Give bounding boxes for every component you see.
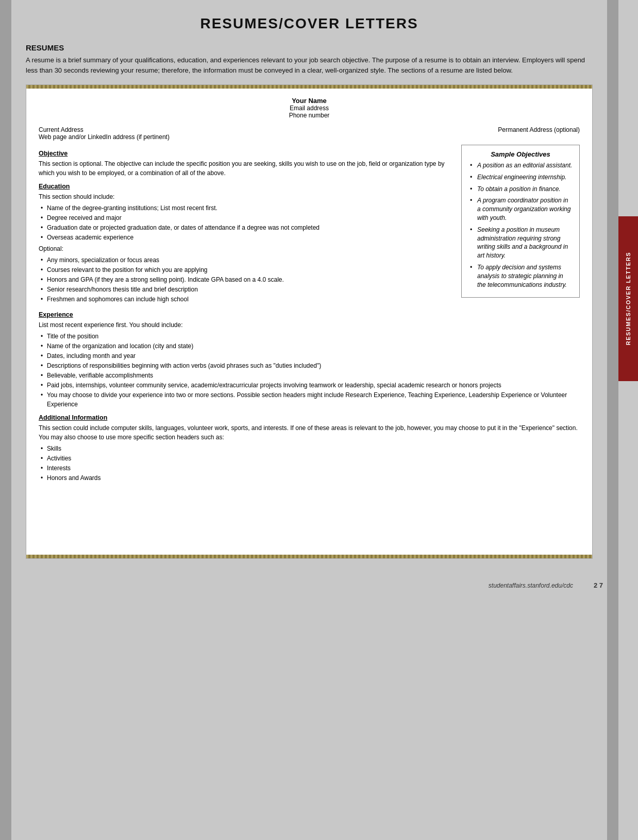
add-item-4: Honors and Awards <box>39 473 580 483</box>
main-content: RESUMES/COVER LETTERS RESUMES A resume i… <box>15 0 603 577</box>
experience-intro: List most recent experience first. You s… <box>39 320 580 330</box>
objective-body: This section is optional. The objective … <box>39 159 453 178</box>
resume-bottom-border <box>26 555 592 558</box>
exp-item-3: Dates, including month and year <box>39 351 580 361</box>
page-title: RESUMES/COVER LETTERS <box>26 15 593 32</box>
page-wrapper: RESUMES/COVER LETTERS RESUMES/COVER LETT… <box>0 0 638 840</box>
sample-objectives-box: Sample Objectives A position as an edito… <box>461 145 580 298</box>
edu-opt-5: Freshmen and sophomores can include high… <box>39 295 453 304</box>
obj-item-4: A program coordinator position in a comm… <box>470 196 573 222</box>
experience-title: Experience <box>39 311 580 318</box>
exp-item-5: Believable, verifiable accomplishments <box>39 371 580 380</box>
resumes-heading: RESUMES <box>26 43 593 52</box>
resume-address-left: Current Address Web page and/or LinkedIn… <box>39 126 170 141</box>
edu-item-2: Degree received and major <box>39 213 453 222</box>
resume-top-border <box>26 85 592 89</box>
objective-title: Objective <box>39 150 453 157</box>
resume-name: Your Name <box>39 97 580 105</box>
add-item-3: Interests <box>39 464 580 473</box>
resume-address-row: Current Address Web page and/or LinkedIn… <box>39 126 580 141</box>
add-item-1: Skills <box>39 444 580 453</box>
education-required-list: Name of the degree-granting institutions… <box>39 203 453 242</box>
sample-objectives-title: Sample Objectives <box>468 150 573 158</box>
web-address: Web page and/or LinkedIn address (if per… <box>39 133 170 141</box>
footer-page: 2 7 <box>594 581 603 589</box>
add-item-2: Activities <box>39 454 580 463</box>
resume-cols: Objective This section is optional. The … <box>39 145 580 306</box>
resumes-intro: A resume is a brief summary of your qual… <box>26 55 593 75</box>
education-title: Education <box>39 183 453 190</box>
resume-left-col: Objective This section is optional. The … <box>39 145 453 306</box>
side-tab-label: RESUMES/COVER LETTERS <box>625 252 631 345</box>
footer-url: studentaffairs.stanford.edu/cdc <box>489 582 573 589</box>
obj-item-1: A position as an editorial assistant. <box>470 161 573 170</box>
right-stripe <box>607 0 618 840</box>
additional-intro: This section could include computer skil… <box>39 423 580 442</box>
exp-item-4: Descriptions of responsibilities beginni… <box>39 361 580 370</box>
current-address: Current Address <box>39 126 170 133</box>
obj-item-3: To obtain a position in finance. <box>470 185 573 194</box>
permanent-address: Permanent Address (optional) <box>498 126 580 141</box>
edu-opt-3: Honors and GPA (if they are a strong sel… <box>39 275 453 284</box>
edu-opt-1: Any minors, specialization or focus area… <box>39 255 453 265</box>
resume-bottom-spacer <box>39 485 580 546</box>
sample-objectives-list: A position as an editorial assistant. El… <box>468 161 573 289</box>
sample-objectives-col: Sample Objectives A position as an edito… <box>461 145 580 306</box>
additional-title: Additional Information <box>39 414 580 421</box>
exp-item-2: Name of the organization and location (c… <box>39 341 580 351</box>
side-tab: RESUMES/COVER LETTERS <box>618 216 638 381</box>
edu-item-4: Overseas academic experience <box>39 233 453 242</box>
edu-opt-4: Senior research/honors thesis title and … <box>39 285 453 294</box>
education-intro: This section should include: <box>39 192 453 201</box>
education-optional-list: Any minors, specialization or focus area… <box>39 255 453 304</box>
education-optional-label: Optional: <box>39 244 453 253</box>
obj-item-6: To apply decision and systems analysis t… <box>470 263 573 289</box>
additional-list: Skills Activities Interests Honors and A… <box>39 444 580 483</box>
resume-email: Email address <box>39 105 580 112</box>
left-stripe <box>0 0 11 840</box>
resume-box: Your Name Email address Phone number Cur… <box>26 84 593 559</box>
edu-item-1: Name of the degree-granting institutions… <box>39 203 453 213</box>
resume-phone: Phone number <box>39 112 580 119</box>
exp-item-7: You may choose to divide your experience… <box>39 390 580 409</box>
resume-header: Your Name Email address Phone number <box>39 97 580 119</box>
edu-opt-2: Courses relevant to the position for whi… <box>39 265 453 275</box>
exp-item-1: Title of the position <box>39 332 580 341</box>
exp-item-6: Paid jobs, internships, volunteer commun… <box>39 381 580 390</box>
footer: studentaffairs.stanford.edu/cdc 2 7 <box>0 577 638 593</box>
obj-item-5: Seeking a position in museum administrat… <box>470 226 573 260</box>
obj-item-2: Electrical engineering internship. <box>470 173 573 182</box>
experience-list: Title of the position Name of the organi… <box>39 332 580 409</box>
edu-item-3: Graduation date or projected graduation … <box>39 223 453 232</box>
